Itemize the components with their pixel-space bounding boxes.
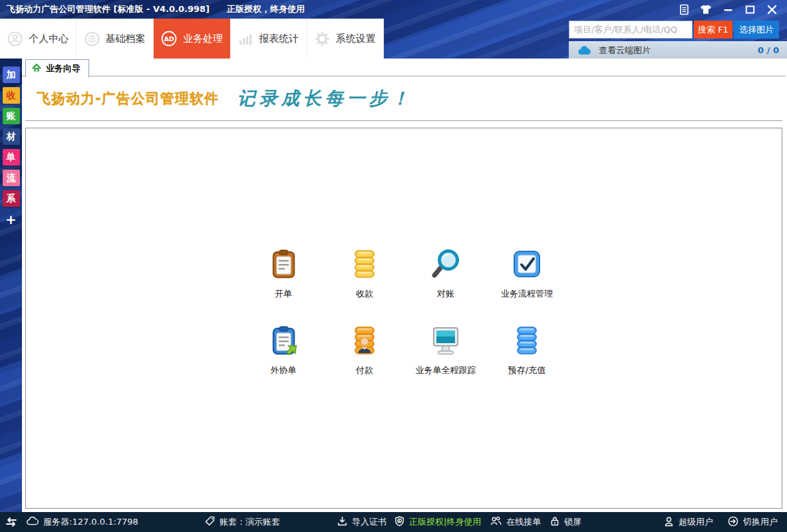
- select-image-button[interactable]: 选择图片: [734, 21, 779, 39]
- tab-label: 系统设置: [336, 33, 376, 45]
- people-icon: [490, 516, 502, 528]
- wizard-item-label: 业务单全程跟踪: [416, 364, 476, 376]
- account-name: 账套：演示账套: [220, 516, 280, 528]
- sync-icon[interactable]: [5, 517, 17, 527]
- tag-icon: [205, 516, 215, 528]
- search-button[interactable]: 搜索 F1: [694, 21, 732, 39]
- tab-system-settings[interactable]: 系统设置: [307, 19, 384, 59]
- window-controls: [678, 3, 787, 15]
- switch-user-label: 切换用户: [743, 516, 778, 528]
- user-icon: [664, 516, 674, 529]
- title-bar: 飞扬动力广告公司管理软件 [标准版 - V4.0.0.998] 正版授权，终身使…: [0, 0, 787, 19]
- check-box-icon: [512, 249, 542, 282]
- switch-arrow-icon: [728, 516, 738, 529]
- blue-coins-icon: [512, 325, 542, 358]
- cloud-icon: [578, 46, 591, 55]
- gold-coins-icon: [349, 249, 380, 282]
- maximize-icon[interactable]: [744, 3, 756, 15]
- close-icon[interactable]: [766, 3, 778, 15]
- gear-icon: [315, 31, 330, 47]
- magnifier-icon: [430, 249, 461, 282]
- clipboard-icon: [268, 249, 299, 282]
- online-orders-button[interactable]: 在线接单: [490, 516, 541, 528]
- tab-business-wizard[interactable]: 业务向导: [25, 59, 89, 77]
- current-user[interactable]: 超级用户: [664, 516, 713, 529]
- nav-bar: 个人中心 基础档案 AD 业务处理 报表统计 系统设置: [0, 19, 787, 59]
- wizard-item-label: 业务流程管理: [501, 288, 553, 300]
- status-bar: 服务器:127.0.0.1:7798 账套：演示账套 导入证书 E 正版授权|终…: [0, 512, 787, 532]
- tab-basic-archives[interactable]: 基础档案: [77, 19, 153, 59]
- banner: 飞扬动力-广告公司管理软件 记录成长每一步！: [25, 76, 782, 121]
- sidebar-add-button[interactable]: +: [3, 211, 20, 227]
- cloud-outline-icon: [27, 517, 39, 527]
- sidebar-item-account[interactable]: 账: [3, 108, 20, 124]
- tab-report-statistics[interactable]: 报表统计: [230, 19, 307, 59]
- wizard-item-receive-payment[interactable]: 收款: [324, 249, 405, 300]
- wizard-item-business-flow[interactable]: 业务流程管理: [486, 249, 567, 300]
- account-set: 账套：演示账套: [205, 516, 280, 528]
- sidebar-item-add[interactable]: 加: [3, 66, 20, 83]
- tab-label: 个人中心: [29, 33, 69, 45]
- tab-label: 基础档案: [106, 33, 146, 45]
- home-icon: [31, 63, 42, 75]
- svg-text:E: E: [398, 519, 401, 523]
- sidebar-item-receive[interactable]: 收: [3, 87, 20, 104]
- wizard-item-pay[interactable]: 付款: [324, 325, 405, 376]
- cloud-bar-label: 查看云端图片: [599, 45, 651, 57]
- import-cert-button[interactable]: 导入证书: [337, 516, 387, 528]
- wizard-grid: 开单 收款 对账 业务流程管理: [243, 249, 567, 376]
- wizard-item-outsource-order[interactable]: 外协单: [243, 325, 324, 376]
- wizard-item-create-order[interactable]: 开单: [243, 249, 324, 300]
- clipboard-arrow-icon: [268, 325, 299, 358]
- switch-user-button[interactable]: 切换用户: [728, 516, 778, 529]
- wizard-item-order-tracking[interactable]: 业务单全程跟踪: [405, 325, 486, 376]
- sidebar-item-system[interactable]: 系: [3, 190, 20, 207]
- notes-icon[interactable]: [678, 3, 690, 15]
- download-icon: [337, 516, 347, 528]
- search-input[interactable]: [569, 21, 693, 39]
- cloud-image-count: 0 / 0: [758, 45, 779, 55]
- online-orders-label: 在线接单: [506, 516, 541, 528]
- person-icon: [7, 31, 23, 47]
- lock-screen-label: 锁屏: [564, 516, 581, 528]
- server-address: 服务器:127.0.0.1:7798: [43, 516, 138, 528]
- license-status-label: 正版授权|终身使用: [409, 516, 481, 528]
- lock-screen-button[interactable]: 锁屏: [550, 516, 581, 528]
- wizard-panel: 开单 收款 对账 业务流程管理: [25, 128, 782, 509]
- lock-icon: [550, 516, 559, 528]
- shield-icon: E: [394, 516, 404, 529]
- svg-text:AD: AD: [164, 35, 174, 43]
- slogan-text: 记录成长每一步！: [237, 86, 413, 110]
- tab-label: 业务处理: [183, 33, 223, 45]
- search-area: 搜索 F1 选择图片 查看云端图片 0 / 0: [569, 21, 787, 59]
- wizard-item-reconcile[interactable]: 对账: [405, 249, 486, 300]
- sidebar-item-material[interactable]: 材: [3, 128, 20, 145]
- window-title: 飞扬动力广告公司管理软件 [标准版 - V4.0.0.998]: [7, 3, 210, 15]
- tab-label: 业务向导: [46, 63, 80, 74]
- server-status: 服务器:127.0.0.1:7798: [27, 516, 138, 528]
- list-icon: [84, 31, 100, 47]
- view-cloud-images-bar[interactable]: 查看云端图片 0 / 0: [569, 41, 787, 59]
- bar-chart-icon: [237, 31, 253, 47]
- brand-title: 飞扬动力-广告公司管理软件: [37, 89, 219, 108]
- skin-icon[interactable]: [700, 3, 712, 15]
- coins-person-icon: [349, 325, 380, 358]
- tab-label: 报表统计: [259, 33, 299, 45]
- wizard-item-label: 付款: [356, 364, 373, 376]
- wizard-item-label: 对账: [437, 288, 454, 300]
- minimize-icon[interactable]: [722, 3, 734, 15]
- wizard-item-label: 外协单: [271, 364, 297, 376]
- current-user-label: 超级用户: [679, 516, 713, 528]
- workspace: 业务向导 飞扬动力-广告公司管理软件 记录成长每一步！ 开单 收款: [22, 59, 787, 512]
- sidebar-item-flow[interactable]: 流: [3, 170, 20, 186]
- license-text: 正版授权，终身使用: [227, 3, 305, 15]
- tab-personal-center[interactable]: 个人中心: [0, 19, 77, 59]
- wizard-item-label: 预存/充值: [508, 364, 546, 376]
- ad-badge-icon: AD: [161, 31, 177, 47]
- wizard-item-label: 收款: [356, 288, 373, 300]
- wizard-item-label: 开单: [275, 288, 292, 300]
- wizard-item-prepay-recharge[interactable]: 预存/充值: [486, 325, 567, 376]
- tab-business-processing[interactable]: AD 业务处理: [154, 19, 230, 59]
- sidebar-item-order[interactable]: 单: [3, 149, 20, 166]
- license-status: E 正版授权|终身使用: [394, 516, 481, 529]
